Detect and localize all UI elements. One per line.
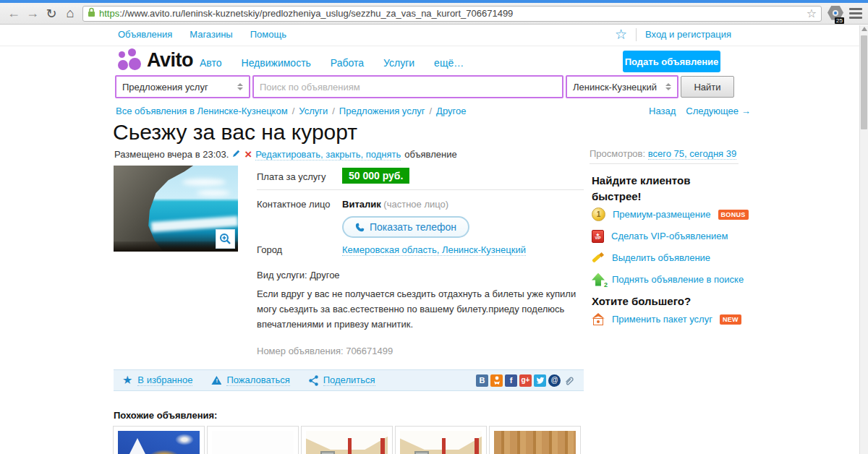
contact-value: Виталик (частное лицо) xyxy=(342,199,448,210)
vip-icon: ★VIP xyxy=(592,230,604,243)
google-plus-icon[interactable]: g+ xyxy=(519,374,532,387)
page-title: Сьезжу за вас на курорт xyxy=(113,120,357,145)
back-icon[interactable]: ← xyxy=(4,6,23,21)
star-icon: ★ xyxy=(122,374,132,386)
thumbnail-image xyxy=(118,431,200,454)
topnav-help-link[interactable]: Помощь xyxy=(250,29,286,40)
search-input[interactable] xyxy=(260,82,556,93)
similar-ad-thumbnail[interactable] xyxy=(395,426,487,454)
category-select[interactable]: Предложения услуг xyxy=(115,75,250,98)
views-value[interactable]: всего 75, сегодня 39 xyxy=(648,148,736,160)
nav-auto-link[interactable]: Авто xyxy=(200,57,222,69)
breadcrumb-services[interactable]: Услуги xyxy=(299,106,328,116)
odnoklassniki-icon[interactable] xyxy=(490,374,503,387)
new-badge: NEW xyxy=(720,314,741,325)
url-text: https://www.avito.ru/leninsk-kuznetskiy/… xyxy=(99,8,807,19)
similar-ad-thumbnail[interactable] xyxy=(207,426,299,454)
avito-logo[interactable]: Avito xyxy=(118,48,193,72)
package-icon xyxy=(592,313,605,325)
select-arrows-icon xyxy=(665,83,671,90)
copy-link-icon[interactable] xyxy=(563,374,575,387)
nav-jobs-link[interactable]: Работа xyxy=(331,57,364,69)
location-select[interactable]: Ленинск-Кузнецкий xyxy=(566,75,678,98)
scrollbar-thumb[interactable] xyxy=(861,35,867,129)
promo-list: 1 Премиум-размещение BONUS ★VIP Сделать … xyxy=(592,207,749,286)
extension-button[interactable]: 25 xyxy=(827,6,845,22)
url-bar[interactable]: https://www.avito.ru/leninsk-kuznetskiy/… xyxy=(82,6,822,22)
promo-premium-item[interactable]: 1 Премиум-размещение BONUS xyxy=(592,207,749,221)
promo-vip-item[interactable]: ★VIP Сделать VIP-объявлением xyxy=(592,229,749,243)
photo-zoom-button[interactable] xyxy=(216,229,235,249)
magnifier-plus-icon xyxy=(219,233,231,245)
page-scrollbar[interactable] xyxy=(859,25,868,454)
listing-photo[interactable] xyxy=(114,166,238,252)
similar-ad-thumbnail[interactable] xyxy=(301,426,393,454)
back-link[interactable]: Назад xyxy=(649,106,676,116)
share-icon xyxy=(309,375,318,386)
find-button[interactable]: Найти xyxy=(681,76,734,98)
close-ad-icon[interactable]: × xyxy=(244,148,252,160)
site-topnav: Объявления Магазины Помощь xyxy=(118,29,286,40)
favorites-star-icon[interactable]: ☆ xyxy=(615,27,627,41)
category-select-value: Предложения услуг xyxy=(122,82,208,93)
price-value: 50 000 руб. xyxy=(342,168,409,184)
show-phone-button[interactable]: Показать телефон xyxy=(342,216,469,238)
nav-realty-link[interactable]: Недвижимость xyxy=(242,57,311,69)
promo-package-item[interactable]: Применить пакет услуг NEW xyxy=(592,313,741,325)
facebook-icon[interactable]: f xyxy=(505,374,517,387)
similar-ad-thumbnail[interactable] xyxy=(113,426,205,454)
breadcrumb-all-ads[interactable]: Все объявления в Ленинске-Кузнецком xyxy=(116,106,288,116)
reload-icon[interactable]: ↻ xyxy=(42,6,61,22)
next-link[interactable]: Следующее → xyxy=(686,106,750,116)
browser-toolbar: ← → ↻ ⌂ https://www.avito.ru/leninsk-kuz… xyxy=(0,3,868,25)
similar-ads-title: Похожие объявления: xyxy=(114,410,217,421)
scrollbar-up-arrow[interactable] xyxy=(861,27,867,31)
category-nav: Авто Недвижимость Работа Услуги ещё… xyxy=(200,57,464,69)
login-link[interactable]: Вход и регистрация xyxy=(645,29,731,40)
promo-premium-label: Премиум-размещение xyxy=(613,209,711,220)
similar-ad-thumbnail[interactable] xyxy=(489,426,581,454)
report-label: Пожаловаться xyxy=(226,374,289,386)
similar-ads-row xyxy=(113,426,581,454)
views-label: Просмотров: xyxy=(590,148,645,159)
edit-pencil-icon[interactable] xyxy=(232,149,241,160)
nav-more-link[interactable]: ещё… xyxy=(434,57,464,69)
search-box xyxy=(252,75,563,98)
report-button[interactable]: ! Пожаловаться xyxy=(211,374,289,386)
breadcrumb-service-offers[interactable]: Предложения услуг xyxy=(339,106,425,116)
prev-next-nav: Назад Следующее → xyxy=(649,106,751,116)
share-button[interactable]: Поделиться xyxy=(309,374,375,386)
home-icon[interactable]: ⌂ xyxy=(61,6,80,21)
location-select-value: Ленинск-Кузнецкий xyxy=(573,82,657,93)
topnav-ads-link[interactable]: Объявления xyxy=(118,29,172,40)
nav-services-link[interactable]: Услуги xyxy=(383,57,414,69)
city-label: Город xyxy=(257,244,282,255)
thumbnail-image xyxy=(494,431,576,454)
promo-bump-label: Поднять объявление в поиске xyxy=(612,274,744,285)
city-value[interactable]: Кемеровская область, Ленинск-Кузнецкий xyxy=(342,244,526,256)
forward-icon[interactable]: → xyxy=(23,6,42,21)
vk-icon[interactable]: В xyxy=(476,374,488,387)
share-label: Поделиться xyxy=(323,374,375,386)
bookmark-star-icon[interactable]: ☆ xyxy=(807,8,817,20)
coin-icon: 1 xyxy=(592,207,605,221)
topnav-shops-link[interactable]: Магазины xyxy=(190,29,233,40)
browser-menu-icon[interactable] xyxy=(848,8,864,19)
warning-icon: ! xyxy=(211,376,221,385)
promo-highlight-item[interactable]: Выделить объявление xyxy=(592,251,749,265)
breadcrumb-other[interactable]: Другое xyxy=(436,106,466,116)
avito-logo-text: Avito xyxy=(147,49,193,72)
mailru-icon[interactable]: @ xyxy=(548,374,561,387)
promo-bump-item[interactable]: 2 Поднять объявление в поиске xyxy=(592,273,749,286)
promo-vip-label: Сделать VIP-объявлением xyxy=(611,231,728,241)
up-arrow-icon: 2 xyxy=(592,273,605,286)
contact-type: (частное лицо) xyxy=(383,199,448,210)
add-to-favorites-button[interactable]: ★ В избранное xyxy=(122,374,192,386)
divider xyxy=(590,163,739,164)
ssl-lock-icon xyxy=(88,7,95,20)
bonus-badge: BONUS xyxy=(718,210,749,220)
twitter-icon[interactable] xyxy=(534,374,546,387)
listing-meta: Размещено вчера в 23:03. × Редактировать… xyxy=(114,148,457,160)
submit-ad-button[interactable]: Подать объявление xyxy=(623,51,720,72)
edit-links[interactable]: Редактировать, закрыть, поднять xyxy=(255,149,401,160)
